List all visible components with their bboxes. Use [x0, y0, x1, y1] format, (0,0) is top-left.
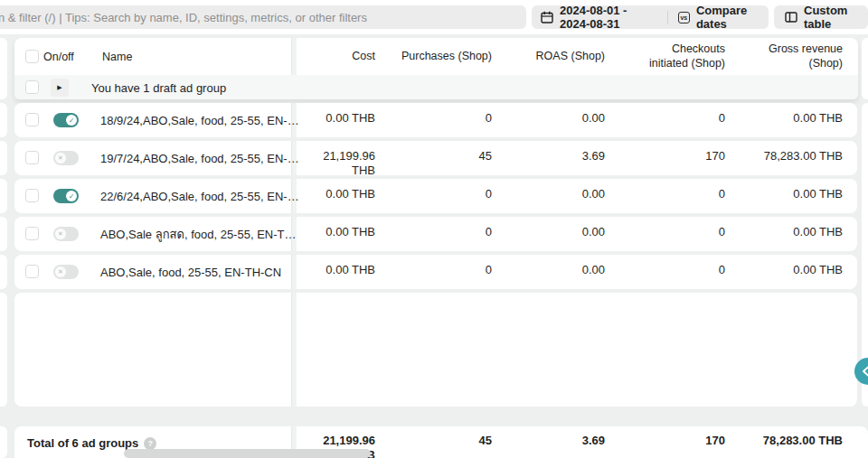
total-roas: 3.69	[506, 426, 619, 458]
left-edge-sliver	[0, 179, 7, 213]
table-row: ABO,Sale, food, 25-55, EN-TH-CN 0.00 THB…	[14, 255, 858, 289]
column-header-onoff[interactable]: On/off	[43, 51, 74, 63]
right-edge-sliver	[862, 38, 868, 99]
table-header-row: On/off Name Cost Purchases (Shop) ROAS (…	[14, 38, 858, 75]
onoff-toggle[interactable]	[53, 189, 79, 203]
ad-group-name[interactable]: 19/7/24,ABO,Sale, food, 25-55, EN-…	[100, 152, 299, 165]
checkouts-value: 0	[619, 103, 740, 137]
toggle-knob	[55, 229, 66, 239]
search-placeholder: n & filter (/) | Tips: Search by name, I…	[0, 11, 367, 24]
purchases-value: 0	[390, 179, 506, 213]
cost-value: 0.00 THB	[297, 103, 390, 137]
table-row: 22/6/24,ABO,Sale, food, 25-55, EN-… 0.00…	[14, 179, 858, 213]
total-gross-revenue: 78,283.00 THB	[740, 426, 857, 458]
select-all-checkbox[interactable]	[25, 50, 39, 63]
left-edge-sliver	[0, 217, 7, 251]
gross-revenue-value: 0.00 THB	[740, 255, 857, 289]
cost-value: 0.00 THB	[297, 255, 390, 289]
row-checkbox[interactable]	[25, 265, 39, 278]
roas-value: 0.00	[506, 217, 619, 251]
toggle-knob	[55, 266, 66, 277]
date-range-picker[interactable]: 2024-08-01 - 2024-08-31 vs Compare dates	[532, 5, 769, 29]
draft-ad-group-row[interactable]: ▶ You have 1 draft ad group	[14, 75, 858, 99]
calendar-icon	[541, 11, 553, 23]
ad-group-name[interactable]: 18/9/24,ABO,Sale, food, 25-55, EN-…	[100, 114, 299, 127]
onoff-toggle[interactable]	[53, 227, 79, 241]
checkouts-value: 170	[619, 141, 740, 175]
left-edge-sliver	[0, 255, 7, 289]
left-edge-sliver	[0, 103, 7, 137]
compare-dates-button[interactable]: Compare dates	[696, 4, 760, 31]
total-checkouts: 170	[619, 426, 740, 458]
toggle-knob	[66, 115, 77, 126]
onoff-toggle[interactable]	[53, 113, 79, 127]
purchases-value: 0	[390, 103, 506, 137]
custom-table-label: Custom table	[804, 4, 857, 31]
draft-notice-text: You have 1 draft ad group	[91, 80, 226, 94]
left-edge-sliver	[0, 426, 7, 458]
gross-revenue-value: 78,283.00 THB	[740, 141, 857, 175]
ad-group-name[interactable]: 22/6/24,ABO,Sale, food, 25-55, EN-…	[100, 190, 299, 203]
search-input[interactable]: n & filter (/) | Tips: Search by name, I…	[0, 5, 526, 29]
column-header-purchases[interactable]: Purchases (Shop)	[390, 38, 506, 75]
checkouts-value: 0	[619, 255, 740, 289]
gross-revenue-value: 0.00 THB	[740, 179, 857, 213]
left-edge-sliver	[0, 293, 7, 407]
expand-arrow-icon[interactable]: ▶	[51, 79, 69, 97]
date-range-value: 2024-08-01 - 2024-08-31	[560, 4, 657, 31]
ad-group-name[interactable]: ABO,Sale, food, 25-55, EN-TH-CN	[100, 266, 281, 279]
columns-icon	[785, 12, 797, 23]
column-header-gross-revenue[interactable]: Gross revenue (Shop)	[740, 38, 857, 75]
column-header-roas[interactable]: ROAS (Shop)	[506, 38, 619, 75]
ad-group-name[interactable]: ABO,Sale ลูกสด, food, 25-55, EN-T…	[100, 225, 296, 244]
onoff-toggle[interactable]	[53, 151, 79, 165]
table-row: ABO,Sale ลูกสด, food, 25-55, EN-T… 0.00 …	[14, 217, 858, 251]
cost-value: 0.00 THB	[297, 179, 390, 213]
column-header-cost[interactable]: Cost	[297, 38, 390, 75]
onoff-toggle[interactable]	[53, 265, 79, 279]
table-header-card: On/off Name Cost Purchases (Shop) ROAS (…	[14, 38, 858, 99]
cost-value: 0.00 THB	[297, 217, 390, 251]
gross-revenue-value: 0.00 THB	[740, 103, 857, 137]
table-row: 18/9/24,ABO,Sale, food, 25-55, EN-… 0.00…	[14, 103, 858, 137]
vs-icon: vs	[678, 12, 690, 23]
left-edge-sliver	[0, 38, 7, 99]
row-checkbox[interactable]	[25, 151, 39, 164]
total-purchases: 45	[390, 426, 506, 458]
totals-label: Total of 6 ad groups	[27, 436, 138, 450]
draft-row-checkbox[interactable]	[25, 80, 39, 94]
purchases-value: 45	[390, 141, 506, 175]
toggle-knob	[55, 153, 66, 164]
divider	[667, 11, 668, 24]
table-row: 19/7/24,ABO,Sale, food, 25-55, EN-… 21,1…	[14, 141, 858, 175]
left-edge-sliver	[0, 141, 7, 175]
purchases-value: 0	[390, 217, 506, 251]
horizontal-scrollbar[interactable]	[124, 449, 371, 458]
custom-table-button[interactable]: Custom table	[774, 5, 868, 29]
column-header-checkouts[interactable]: Checkouts initiated (Shop)	[619, 38, 740, 75]
roas-value: 0.00	[506, 255, 619, 289]
row-checkbox[interactable]	[25, 113, 39, 126]
chevron-left-icon	[860, 365, 868, 378]
column-header-name[interactable]: Name	[102, 51, 132, 63]
row-checkbox[interactable]	[25, 189, 39, 202]
roas-value: 0.00	[506, 103, 619, 137]
roas-value: 0.00	[506, 179, 619, 213]
roas-value: 3.69	[506, 141, 619, 175]
table-empty-area	[14, 293, 858, 407]
checkouts-value: 0	[619, 217, 740, 251]
row-checkbox[interactable]	[25, 227, 39, 240]
toggle-knob	[66, 191, 77, 201]
cost-value: 21,199.96 THB	[297, 141, 390, 175]
toolbar: n & filter (/) | Tips: Search by name, I…	[0, 0, 868, 34]
help-icon[interactable]: ?	[144, 437, 156, 450]
gross-revenue-value: 0.00 THB	[740, 217, 857, 251]
checkouts-value: 0	[619, 179, 740, 213]
purchases-value: 0	[390, 255, 506, 289]
